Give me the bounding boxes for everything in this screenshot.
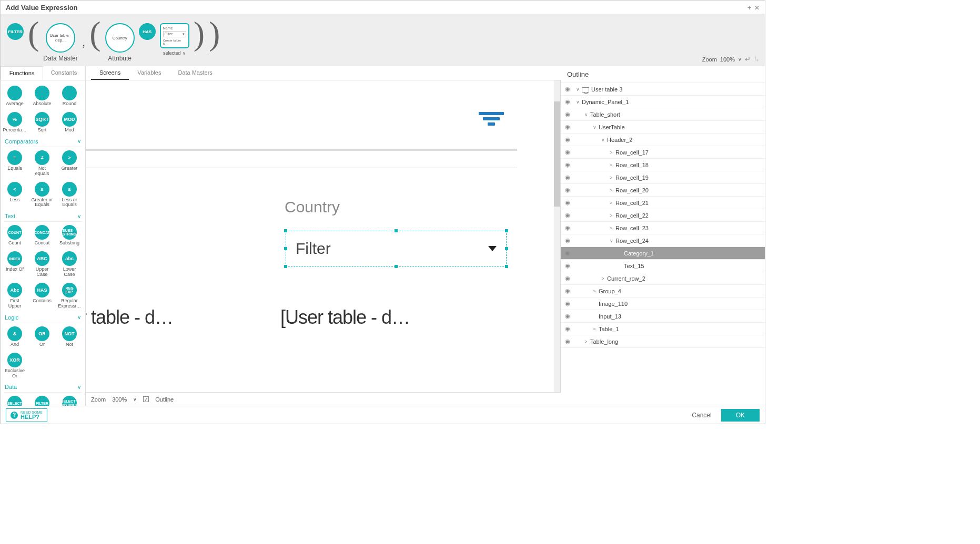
add-icon[interactable]: + bbox=[747, 4, 751, 12]
cancel-button[interactable]: Cancel bbox=[688, 409, 715, 421]
fn-group-title[interactable]: Comparators∨ bbox=[4, 135, 82, 147]
tree-row[interactable]: ◉>Current_row_2 bbox=[561, 272, 765, 285]
tree-row[interactable]: ◉Text_15 bbox=[561, 260, 765, 272]
tree-row[interactable]: ◉>Row_cell_22 bbox=[561, 209, 765, 222]
ok-button[interactable]: OK bbox=[721, 409, 760, 422]
visibility-icon[interactable]: ◉ bbox=[561, 98, 574, 105]
chevron-down-icon[interactable]: ∨ bbox=[133, 397, 137, 402]
tree-row[interactable]: ◉>Row_cell_17 bbox=[561, 146, 765, 159]
tree-row[interactable]: ◉>Row_cell_23 bbox=[561, 222, 765, 234]
tab-constants[interactable]: Constants bbox=[43, 66, 85, 80]
fn-item[interactable]: XORExclusive Or bbox=[4, 353, 26, 379]
fn-group-title[interactable]: Logic∨ bbox=[4, 311, 82, 323]
tree-row[interactable]: ◉∨Header_2 bbox=[561, 134, 765, 146]
fn-item[interactable]: REG EXPRegular Expressi… bbox=[58, 283, 80, 309]
expander-icon[interactable]: > bbox=[608, 225, 614, 231]
tree-row[interactable]: ◉>Row_cell_19 bbox=[561, 171, 765, 184]
expander-icon[interactable]: ∨ bbox=[574, 99, 581, 105]
tree-row[interactable]: ◉>Row_cell_20 bbox=[561, 184, 765, 197]
filter-pill[interactable]: FILTER bbox=[7, 23, 24, 40]
fn-item[interactable]: =Equals bbox=[4, 150, 26, 177]
fn-item[interactable]: FILTER bbox=[31, 396, 53, 406]
zoom-value-canvas[interactable]: 300% bbox=[112, 396, 127, 403]
close-icon[interactable]: ✕ bbox=[754, 4, 760, 12]
visibility-icon[interactable]: ◉ bbox=[561, 212, 574, 219]
fn-item[interactable]: &And bbox=[4, 326, 26, 347]
fn-item[interactable]: OROr bbox=[31, 326, 53, 347]
visibility-icon[interactable]: ◉ bbox=[561, 288, 574, 294]
expander-icon[interactable]: > bbox=[608, 175, 614, 180]
fn-item[interactable]: ≥Greater or Equals bbox=[31, 182, 53, 208]
tab-variables[interactable]: Variables bbox=[129, 66, 169, 80]
fn-item[interactable]: MODMod bbox=[58, 112, 80, 133]
redo-icon[interactable]: ↳ bbox=[754, 55, 760, 63]
scrollbar-vertical[interactable] bbox=[554, 80, 560, 392]
visibility-icon[interactable]: ◉ bbox=[561, 300, 574, 307]
expander-icon[interactable]: > bbox=[583, 339, 589, 344]
visibility-icon[interactable]: ◉ bbox=[561, 338, 574, 345]
fn-item[interactable]: %Percenta… bbox=[4, 112, 26, 133]
expander-icon[interactable]: ∨ bbox=[608, 238, 614, 243]
outline-tree[interactable]: ◉∨User table 3◉∨Dynamic_Panel_1◉∨Table_s… bbox=[561, 83, 765, 406]
fn-item[interactable]: SELECT DISTINCT bbox=[58, 396, 80, 406]
tree-row[interactable]: ◉Category_1 bbox=[561, 247, 765, 260]
tab-functions[interactable]: Functions bbox=[1, 66, 43, 80]
fn-item[interactable]: Average bbox=[4, 86, 26, 107]
tab-data-masters[interactable]: Data Masters bbox=[169, 66, 220, 80]
visibility-icon[interactable]: ◉ bbox=[561, 199, 574, 206]
expander-icon[interactable]: ∨ bbox=[583, 112, 589, 117]
tree-row[interactable]: ◉>Row_cell_18 bbox=[561, 159, 765, 171]
tree-row[interactable]: ◉>Table_long bbox=[561, 335, 765, 348]
visibility-icon[interactable]: ◉ bbox=[561, 149, 574, 156]
visibility-icon[interactable]: ◉ bbox=[561, 250, 574, 256]
visibility-icon[interactable]: ◉ bbox=[561, 86, 574, 93]
visibility-icon[interactable]: ◉ bbox=[561, 124, 574, 130]
tree-row[interactable]: ◉∨User table 3 bbox=[561, 83, 765, 96]
tree-row[interactable]: ◉>Table_1 bbox=[561, 323, 765, 335]
visibility-icon[interactable]: ◉ bbox=[561, 313, 574, 320]
visibility-icon[interactable]: ◉ bbox=[561, 136, 574, 143]
fn-item[interactable]: NOTNot bbox=[58, 326, 80, 347]
fn-item[interactable]: <Less bbox=[4, 182, 26, 208]
fn-item[interactable]: HASContains bbox=[31, 283, 53, 309]
expander-icon[interactable]: ∨ bbox=[600, 137, 606, 142]
fn-item[interactable]: SUBS STRINGSubstring bbox=[58, 225, 80, 246]
fn-item[interactable]: abcLower Case bbox=[58, 251, 80, 278]
visibility-icon[interactable]: ◉ bbox=[561, 174, 574, 181]
expander-icon[interactable]: > bbox=[608, 200, 614, 206]
expander-icon[interactable]: ∨ bbox=[574, 87, 581, 92]
value-box[interactable]: Name Filter▾ Create folder id… bbox=[160, 23, 189, 48]
undo-icon[interactable]: ↵ bbox=[745, 55, 751, 63]
fn-item[interactable]: Round bbox=[58, 86, 80, 107]
tree-row[interactable]: ◉∨Dynamic_Panel_1 bbox=[561, 96, 765, 108]
data-master-slot[interactable]: User table - dep... bbox=[46, 23, 75, 53]
visibility-icon[interactable]: ◉ bbox=[561, 262, 574, 269]
tree-row[interactable]: ◉∨Row_cell_24 bbox=[561, 234, 765, 247]
expander-icon[interactable]: > bbox=[608, 150, 614, 155]
fn-item[interactable]: COUNTCount bbox=[4, 225, 26, 246]
fn-group-title[interactable]: Text∨ bbox=[4, 210, 82, 222]
visibility-icon[interactable]: ◉ bbox=[561, 325, 574, 332]
visibility-icon[interactable]: ◉ bbox=[561, 187, 574, 193]
tree-row[interactable]: ◉Image_110 bbox=[561, 297, 765, 310]
expander-icon[interactable]: > bbox=[591, 289, 598, 294]
visibility-icon[interactable]: ◉ bbox=[561, 237, 574, 244]
expander-icon[interactable]: > bbox=[608, 213, 614, 218]
selected-filter-dropdown[interactable]: Filter bbox=[286, 231, 507, 266]
fn-group-title[interactable]: Data∨ bbox=[4, 381, 82, 393]
tab-screens[interactable]: Screens bbox=[91, 66, 129, 80]
fn-item[interactable]: ≠Not equals bbox=[31, 150, 53, 177]
visibility-icon[interactable]: ◉ bbox=[561, 161, 574, 168]
visibility-icon[interactable]: ◉ bbox=[561, 224, 574, 231]
zoom-value[interactable]: 100% bbox=[720, 56, 735, 63]
visibility-icon[interactable]: ◉ bbox=[561, 275, 574, 282]
help-button[interactable]: ? NEED SOME HELP? bbox=[6, 408, 47, 422]
expander-icon[interactable]: > bbox=[591, 326, 598, 332]
expander-icon[interactable]: > bbox=[608, 162, 614, 168]
canvas[interactable]: Country Filter bbox=[86, 80, 561, 392]
chevron-down-icon[interactable]: ∨ bbox=[738, 57, 742, 62]
tree-row[interactable]: ◉∨UserTable bbox=[561, 121, 765, 134]
has-pill[interactable]: HAS bbox=[139, 23, 156, 40]
outline-checkbox[interactable]: ✓ bbox=[143, 396, 149, 402]
fn-item[interactable]: ABCUpper Case bbox=[31, 251, 53, 278]
